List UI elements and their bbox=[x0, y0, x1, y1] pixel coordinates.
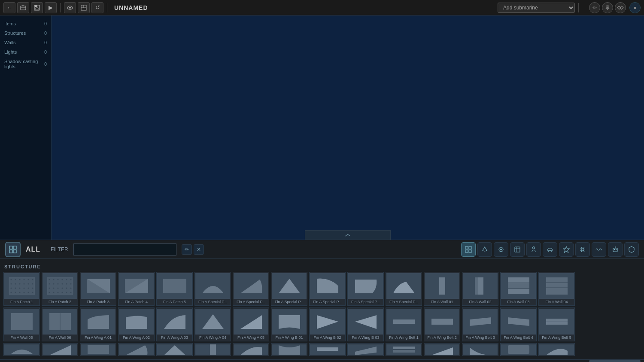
item-thumb-fin-a-special-p-2 bbox=[234, 273, 268, 299]
item-fin-a-wing-b-01[interactable]: Fin A Wing B 01 bbox=[271, 307, 307, 341]
undo-button[interactable]: ↺ bbox=[91, 2, 103, 13]
back-button[interactable]: ← bbox=[3, 2, 15, 13]
items-row-3 bbox=[3, 343, 641, 356]
left-panel-items[interactable]: Items 0 bbox=[0, 19, 51, 28]
item-fin-a-special-p-5[interactable]: Fin A Special P... bbox=[347, 272, 384, 306]
item-row3-5[interactable] bbox=[156, 343, 193, 356]
collapse-panel-button[interactable] bbox=[305, 230, 391, 240]
item-row3-4[interactable] bbox=[118, 343, 155, 356]
item-row3-8[interactable] bbox=[271, 343, 307, 356]
svg-point-84 bbox=[57, 292, 58, 293]
anchor-tool[interactable] bbox=[602, 2, 613, 13]
grid-view-button[interactable] bbox=[5, 242, 21, 257]
svg-point-46 bbox=[19, 283, 20, 285]
cat-robot[interactable] bbox=[608, 242, 623, 257]
left-panel-walls-label: Walls bbox=[4, 40, 15, 45]
item-thumb-fin-a-wing-a-02 bbox=[119, 309, 154, 335]
item-row3-11[interactable] bbox=[386, 343, 422, 356]
item-fin-a-wing-belt-4[interactable]: Fin A Wing Belt 4 bbox=[500, 307, 537, 341]
pencil-tool[interactable]: ✏ bbox=[589, 2, 600, 13]
play-button[interactable]: ▶ bbox=[45, 2, 57, 13]
item-fin-a-special-p-3[interactable]: Fin A Special P... bbox=[271, 272, 307, 306]
item-fin-a-patch-3[interactable]: Fin A Patch 3 bbox=[80, 272, 116, 306]
cat-person[interactable] bbox=[526, 242, 541, 257]
submarine-dropdown[interactable]: Add submarine bbox=[498, 3, 575, 13]
bottom-panel: ALL FILTER ✏ ✕ bbox=[0, 240, 644, 362]
item-fin-a-patch-4[interactable]: Fin A Patch 4 bbox=[118, 272, 155, 306]
item-row3-10[interactable] bbox=[347, 343, 384, 356]
item-fin-a-wall-05[interactable]: Fin A Wall 05 bbox=[3, 307, 40, 341]
item-thumb-fin-a-special-p-1 bbox=[195, 273, 230, 299]
canvas-area[interactable] bbox=[52, 15, 644, 240]
item-fin-a-wing-belt-5[interactable]: Fin A Wing Belt 5 bbox=[538, 307, 575, 341]
svg-point-38 bbox=[10, 279, 12, 280]
item-fin-a-wall-06[interactable]: Fin A Wall 06 bbox=[42, 307, 78, 341]
item-fin-a-special-p-6[interactable]: Fin A Special P... bbox=[386, 272, 422, 306]
item-thumb-row3-1 bbox=[4, 344, 39, 355]
filter-clear-icon[interactable]: ✕ bbox=[194, 244, 204, 255]
cat-anchor[interactable] bbox=[477, 242, 492, 257]
item-fin-a-special-p-1[interactable]: Fin A Special P... bbox=[194, 272, 231, 306]
item-thumb-row3-2 bbox=[43, 344, 77, 355]
item-fin-a-wall-02[interactable]: Fin A Wall 02 bbox=[462, 272, 498, 306]
item-fin-a-patch-1[interactable]: Fin A Patch 1 bbox=[3, 272, 40, 306]
item-thumb-fin-a-patch-3 bbox=[81, 273, 115, 299]
item-row3-12[interactable] bbox=[424, 343, 460, 356]
item-thumb-fin-a-special-p-3 bbox=[272, 273, 307, 299]
item-thumb-fin-a-wall-04 bbox=[539, 273, 574, 299]
item-row3-9[interactable] bbox=[309, 343, 346, 356]
item-fin-a-wing-a-02[interactable]: Fin A Wing A 02 bbox=[118, 307, 155, 341]
cat-shield[interactable] bbox=[624, 242, 639, 257]
item-fin-a-special-p-2[interactable]: Fin A Special P... bbox=[233, 272, 269, 306]
item-label-fin-a-wing-a-04: Fin A Wing A 04 bbox=[196, 335, 230, 340]
item-row3-6[interactable] bbox=[194, 343, 231, 356]
item-fin-a-wing-a-05[interactable]: Fin A Wing A 05 bbox=[233, 307, 269, 341]
cat-vehicle[interactable] bbox=[543, 242, 557, 257]
left-panel-lights[interactable]: Lights 0 bbox=[0, 47, 51, 57]
item-fin-a-wing-belt-3[interactable]: Fin A Wing Belt 3 bbox=[462, 307, 498, 341]
save-button[interactable] bbox=[31, 2, 43, 13]
item-label-fin-a-special-p-1: Fin A Special P... bbox=[196, 299, 230, 304]
item-fin-a-wing-b-03[interactable]: Fin A Wing B 03 bbox=[347, 307, 384, 341]
cat-tool[interactable] bbox=[494, 242, 508, 257]
item-fin-a-wall-03[interactable]: Fin A Wall 03 bbox=[500, 272, 537, 306]
waypoint-tool[interactable] bbox=[615, 2, 626, 13]
svg-rect-141 bbox=[210, 344, 216, 355]
item-fin-a-wing-belt-2[interactable]: Fin A Wing Belt 2 bbox=[424, 307, 460, 341]
svg-point-68 bbox=[66, 279, 67, 280]
left-panel-shadow-lights[interactable]: Shadow-castinglights 0 bbox=[0, 57, 51, 71]
eye-button[interactable] bbox=[64, 2, 76, 13]
item-row3-14[interactable] bbox=[500, 343, 537, 356]
item-fin-a-wing-belt-1[interactable]: Fin A Wing Belt 1 bbox=[386, 307, 422, 341]
item-thumb-fin-a-wing-b-03 bbox=[348, 309, 383, 335]
cat-gear[interactable] bbox=[575, 242, 590, 257]
item-fin-a-wing-a-03[interactable]: Fin A Wing A 03 bbox=[156, 307, 193, 341]
item-row3-13[interactable] bbox=[462, 343, 498, 356]
item-fin-a-patch-5[interactable]: Fin A Patch 5 bbox=[156, 272, 193, 306]
item-fin-a-patch-2[interactable]: Fin A Patch 2 bbox=[42, 272, 78, 306]
item-fin-a-wing-a-01[interactable]: Fin A Wing A 01 bbox=[80, 307, 116, 341]
cat-wave[interactable] bbox=[592, 242, 606, 257]
item-fin-a-wall-01[interactable]: Fin A Wall 01 bbox=[424, 272, 460, 306]
item-label-fin-a-wing-a-05: Fin A Wing A 05 bbox=[234, 335, 268, 340]
item-fin-a-wing-a-04[interactable]: Fin A Wing A 04 bbox=[194, 307, 231, 341]
item-row3-2[interactable] bbox=[42, 343, 78, 356]
filter-input[interactable] bbox=[73, 243, 176, 256]
item-fin-a-special-p-4[interactable]: Fin A Special P... bbox=[309, 272, 346, 306]
item-row3-3[interactable] bbox=[80, 343, 116, 356]
item-fin-a-wall-04[interactable]: Fin A Wall 04 bbox=[538, 272, 575, 306]
item-fin-a-wing-b-02[interactable]: Fin A Wing B 02 bbox=[309, 307, 346, 341]
cat-map[interactable] bbox=[510, 242, 525, 257]
filter-edit-icon[interactable]: ✏ bbox=[182, 244, 192, 255]
item-row3-1[interactable] bbox=[3, 343, 40, 356]
open-button[interactable] bbox=[17, 2, 29, 13]
left-panel-walls[interactable]: Walls 0 bbox=[0, 38, 51, 47]
item-row3-15[interactable] bbox=[538, 343, 575, 356]
svg-rect-107 bbox=[508, 283, 529, 288]
left-panel-structures[interactable]: Structures 0 bbox=[0, 28, 51, 38]
item-row3-7[interactable] bbox=[233, 343, 269, 356]
horizontal-scrollbar[interactable] bbox=[589, 360, 641, 362]
layout-button[interactable] bbox=[78, 2, 90, 13]
cat-star[interactable] bbox=[559, 242, 574, 257]
cat-all-grid[interactable] bbox=[461, 242, 476, 257]
